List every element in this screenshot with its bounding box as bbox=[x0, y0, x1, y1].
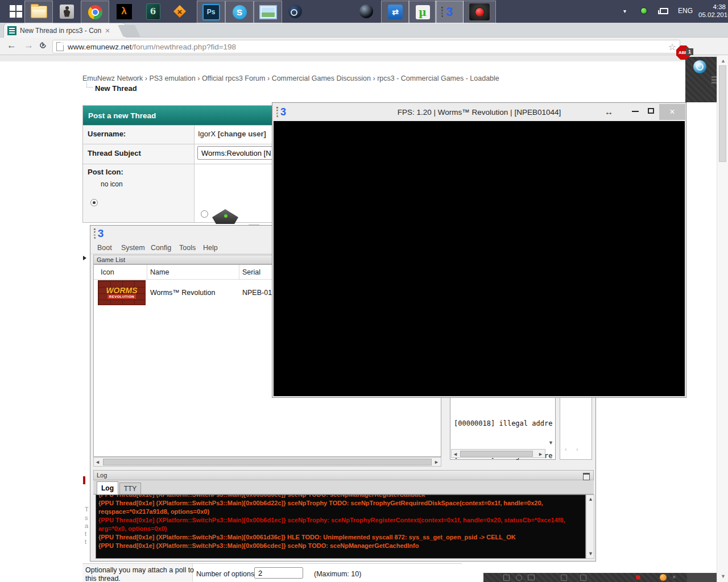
taskbar-item-hamachi[interactable] bbox=[166, 1, 193, 22]
taskbar-item-half-life[interactable] bbox=[110, 1, 138, 22]
taskbar-item-recorder[interactable] bbox=[463, 1, 496, 23]
gamesave-icon bbox=[146, 3, 160, 20]
taskbar-item-skype[interactable] bbox=[225, 1, 254, 23]
page-header-strip bbox=[0, 55, 718, 62]
tab-log[interactable]: Log bbox=[97, 481, 118, 494]
mini-icon bbox=[503, 575, 510, 581]
poll-row: Optionally you may attach a poll to this… bbox=[82, 563, 462, 582]
dock-float-icon[interactable] bbox=[583, 473, 590, 480]
log-output[interactable]: {PPU Thread[0x1e] (XPlatform::SwitchPs3:… bbox=[96, 494, 586, 559]
options-input[interactable] bbox=[254, 567, 303, 579]
tree-branch-icon bbox=[86, 82, 93, 88]
log-lines: {PPU Thread[0x1e] (XPlatform::SwitchPs3:… bbox=[98, 494, 584, 550]
tray-app-icon[interactable] bbox=[640, 7, 647, 14]
clock[interactable]: 4:38 05.02.2016 bbox=[698, 3, 726, 19]
scroll-down-icon[interactable]: ▼ bbox=[721, 573, 726, 579]
scroll-down-icon[interactable]: ▼ bbox=[548, 440, 553, 446]
menu-help[interactable]: Help bbox=[203, 244, 218, 252]
taskbar-item-chrome[interactable] bbox=[81, 1, 109, 23]
bookmark-star-icon[interactable]: ☆ bbox=[668, 41, 676, 52]
language-indicator[interactable]: ENG bbox=[678, 7, 693, 15]
rpcs3-icon bbox=[94, 228, 107, 239]
scroll-thumb[interactable] bbox=[460, 451, 533, 457]
column-serial[interactable]: Serial bbox=[242, 268, 260, 276]
taskbar-item-counter-strike[interactable] bbox=[53, 1, 80, 22]
scroll-right-icon[interactable]: › bbox=[576, 446, 578, 452]
tray-expand-icon[interactable]: ▾ bbox=[623, 8, 626, 14]
photoshop-icon bbox=[202, 4, 220, 20]
resize-horizontal-icon[interactable]: ↔ bbox=[605, 107, 613, 117]
browser-tab[interactable]: New Thread in rpcs3 - Con × bbox=[3, 23, 126, 38]
breadcrumb-link[interactable]: rpcs3 - Commercial Games - Loadable bbox=[377, 74, 499, 82]
scroll-left-icon[interactable]: ◄ bbox=[95, 459, 100, 465]
breadcrumb-link[interactable]: PS3 emulation bbox=[149, 74, 195, 82]
page-title: New Thread bbox=[95, 84, 137, 93]
menu-system[interactable]: System bbox=[121, 244, 145, 252]
browser-tab-strip: New Thread in rpcs3 - Con × bbox=[0, 23, 728, 38]
emulator-title-bar[interactable]: FPS: 1.20 | Worms™ Revolution | [NPEB010… bbox=[272, 103, 686, 121]
taskbar-item-photo-viewer[interactable] bbox=[254, 1, 282, 23]
scroll-left-icon[interactable]: ◄ bbox=[453, 451, 458, 457]
column-name[interactable]: Name bbox=[150, 268, 169, 276]
scroll-up-icon[interactable]: ▲ bbox=[588, 496, 593, 502]
scroll-right-icon[interactable]: ► bbox=[538, 451, 543, 457]
adblock-badge: 1 bbox=[686, 48, 693, 55]
icon-radio-xbox[interactable] bbox=[201, 210, 208, 218]
mini-icon bbox=[561, 575, 567, 581]
taskbar-item-steam[interactable] bbox=[282, 1, 309, 22]
scroll-right-icon[interactable]: ► bbox=[434, 459, 439, 465]
log-dock-title: Log bbox=[97, 472, 107, 479]
page-scrollbar[interactable]: ▲ ▼ bbox=[717, 55, 728, 582]
scroll-thumb[interactable] bbox=[103, 459, 432, 465]
game-list-hscrollbar[interactable]: ◄ ► bbox=[93, 457, 441, 467]
tab-close-icon[interactable]: × bbox=[105, 26, 110, 35]
back-icon[interactable]: ← bbox=[7, 40, 16, 51]
photo-viewer-icon bbox=[259, 5, 277, 19]
change-user-link[interactable]: [change user] bbox=[218, 130, 266, 138]
debugger-entry[interactable]: [00000018] illegal addre bbox=[454, 418, 552, 429]
taskbar-item-utorrent[interactable] bbox=[408, 1, 437, 23]
background-window-corner bbox=[687, 573, 717, 582]
taskbar-item-file-explorer[interactable] bbox=[24, 1, 53, 23]
emulator-maximize-icon[interactable] bbox=[648, 108, 654, 114]
fragment-arrow bbox=[83, 256, 86, 260]
no-icon-label: no icon bbox=[101, 180, 123, 188]
forward-icon[interactable]: → bbox=[24, 40, 34, 51]
taskbar-item-gamesave-manager[interactable] bbox=[139, 1, 167, 22]
screen: ▾ ENG 4:38 05.02.2016 New Thread in rpcs… bbox=[0, 0, 728, 582]
menu-boot[interactable]: Boot bbox=[97, 244, 112, 252]
half-life-lambda-icon bbox=[117, 4, 132, 19]
menu-config[interactable]: Config bbox=[151, 244, 171, 252]
record-dot-icon bbox=[636, 575, 640, 580]
emulator-window: FPS: 1.20 | Worms™ Revolution | [NPEB010… bbox=[272, 102, 686, 398]
scroll-thumb[interactable] bbox=[719, 65, 726, 162]
breadcrumb-link[interactable]: Commercial Games Discussion bbox=[272, 74, 371, 82]
taskbar: ▾ ENG 4:38 05.02.2016 bbox=[0, 0, 728, 23]
no-icon-radio[interactable] bbox=[90, 199, 98, 206]
breadcrumb-link[interactable]: Official rpcs3 Forum bbox=[202, 74, 266, 82]
breadcrumb-link[interactable]: EmuNewz Network bbox=[82, 74, 143, 82]
taskbar-item-media-sphere[interactable] bbox=[353, 1, 380, 22]
debugger-hscrollbar[interactable]: ◄ ► bbox=[451, 449, 545, 458]
extension-icon[interactable] bbox=[693, 60, 706, 73]
network-icon[interactable] bbox=[660, 8, 668, 14]
reload-icon[interactable] bbox=[39, 41, 48, 50]
log-dock-header[interactable]: Log bbox=[93, 470, 594, 480]
taskbar-item-rpcs3[interactable] bbox=[435, 1, 464, 23]
fragment-letter: t bbox=[85, 530, 86, 537]
options-max: (Maximum: 10) bbox=[314, 570, 361, 578]
taskbar-item-photoshop[interactable] bbox=[197, 1, 225, 23]
column-icon[interactable]: Icon bbox=[101, 268, 114, 276]
emulator-minimize-icon[interactable] bbox=[632, 111, 639, 112]
log-vscrollbar[interactable]: ▲ ▼ bbox=[586, 494, 594, 559]
counter-strike-icon bbox=[60, 5, 74, 19]
scroll-left-icon[interactable]: ‹ bbox=[565, 446, 567, 452]
url-bar[interactable]: www.emunewz.net/forum/newthread.php?fid=… bbox=[52, 40, 680, 53]
menu-tools[interactable]: Tools bbox=[179, 244, 196, 252]
fragment-letter: t bbox=[85, 538, 86, 545]
scroll-down-icon[interactable]: ▼ bbox=[588, 551, 593, 556]
scroll-up-icon[interactable]: ▲ bbox=[721, 58, 726, 64]
emulator-close-button[interactable]: × bbox=[659, 104, 685, 120]
taskbar-item-teamviewer[interactable] bbox=[381, 1, 410, 23]
tab-tty[interactable]: TTY bbox=[119, 483, 141, 494]
